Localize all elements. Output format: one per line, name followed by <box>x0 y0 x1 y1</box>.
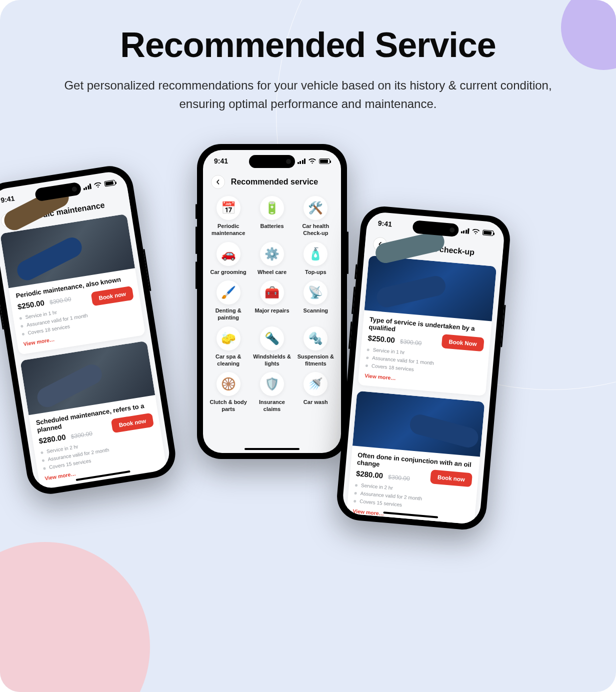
view-more-link[interactable]: View more… <box>364 372 396 381</box>
category-item[interactable]: 🛡️Insurance claims <box>252 372 292 413</box>
card-price-old: $300.00 <box>388 474 410 482</box>
book-now-button[interactable]: Book now <box>430 470 472 487</box>
category-label: Car spa & cleaning <box>208 354 248 368</box>
category-label: Car grooming <box>210 269 246 276</box>
marketing-panel: Recommended Service Get personalized rec… <box>0 0 616 692</box>
category-grid: 📅Periodic maintenance🔋Batteries🛠️Car hea… <box>203 194 341 419</box>
category-label: Wheel care <box>258 269 286 276</box>
book-now-button[interactable]: Book Now <box>441 334 484 352</box>
card-price: $250.00 <box>368 334 396 344</box>
service-card[interactable]: Type of service is undertaken by a quali… <box>358 256 497 396</box>
view-more-link[interactable]: View more… <box>23 336 55 347</box>
card-price: $250.00 <box>17 298 45 311</box>
category-item[interactable]: 🔦Windshields & lights <box>252 326 292 368</box>
category-label: Insurance claims <box>252 399 292 413</box>
category-label: Batteries <box>260 223 284 230</box>
hero-title: Recommended Service <box>0 25 616 65</box>
category-label: Windshields & lights <box>252 354 292 368</box>
category-icon: 🖌️ <box>216 280 240 304</box>
category-item[interactable]: 📅Periodic maintenance <box>208 196 248 237</box>
status-time: 9:41 <box>378 219 392 228</box>
battery-icon <box>104 180 116 186</box>
phone-left: 9:41 Periodic maintenance Periodic maint… <box>0 162 178 497</box>
wifi-icon <box>308 158 316 164</box>
category-item[interactable]: ⚙️Wheel care <box>252 242 292 276</box>
category-label: Major repairs <box>254 308 289 314</box>
category-icon: 🛠️ <box>304 196 328 220</box>
hero-subtitle: Get personalized recommendations for you… <box>63 76 553 113</box>
category-label: Scanning <box>304 308 328 314</box>
category-icon: 📅 <box>216 196 240 220</box>
category-label: Denting & painting <box>208 308 248 322</box>
view-more-link[interactable]: View more… <box>352 508 384 516</box>
service-card[interactable]: Periodic maintenance, also known $250.00… <box>0 214 146 355</box>
category-label: Car wash <box>304 399 328 406</box>
category-icon: 🚗 <box>216 242 240 266</box>
category-icon: 🧰 <box>260 280 284 304</box>
status-time: 9:41 <box>214 157 228 165</box>
wifi-icon <box>94 182 102 188</box>
card-price-old: $300.00 <box>400 338 422 347</box>
category-item[interactable]: 🚿Car wash <box>296 372 336 413</box>
category-icon: 🧴 <box>304 242 328 266</box>
card-price-old: $300.00 <box>49 296 72 306</box>
category-icon: 🛡️ <box>260 372 284 396</box>
category-label: Clutch & body parts <box>208 399 248 413</box>
category-item[interactable]: 🔩Suspension & fitments <box>296 326 336 368</box>
home-indicator <box>244 448 300 450</box>
card-price: $280.00 <box>38 432 66 445</box>
signal-icon <box>460 228 469 234</box>
signal-icon <box>82 184 92 190</box>
decor-blob-pink <box>0 542 150 692</box>
screen-title: Recommended service <box>216 178 333 186</box>
category-item[interactable]: 🔋Batteries <box>252 196 292 237</box>
category-item[interactable]: 🧴Top-ups <box>296 242 336 276</box>
category-icon: 🧽 <box>216 326 240 350</box>
view-more-link[interactable]: View more… <box>44 470 76 482</box>
category-icon: 🔋 <box>260 196 284 220</box>
category-item[interactable]: 🧰Major repairs <box>252 280 292 322</box>
category-label: Top-ups <box>305 269 326 276</box>
category-icon: 🚿 <box>304 372 328 396</box>
category-item[interactable]: 🚗Car grooming <box>208 242 248 276</box>
category-item[interactable]: 📡Scanning <box>296 280 336 322</box>
card-price: $280.00 <box>356 469 384 480</box>
category-item[interactable]: 🖌️Denting & painting <box>208 280 248 322</box>
category-icon: 🔩 <box>304 326 328 350</box>
category-icon: ⚙️ <box>260 242 284 266</box>
card-price-old: $300.00 <box>70 430 93 440</box>
category-item[interactable]: 🛞Clutch & body parts <box>208 372 248 413</box>
category-item[interactable]: 🧽Car spa & cleaning <box>208 326 248 368</box>
phone-center: 9:41 Recommended service 📅Periodic maint… <box>197 144 347 459</box>
signal-icon <box>298 158 306 164</box>
phone-right: 9:41 Car health check-up Type of service <box>335 204 512 532</box>
battery-icon <box>319 158 330 164</box>
service-card[interactable]: Often done in conjunction with an oil ch… <box>346 391 485 525</box>
category-item[interactable]: 🛠️Car health Check-up <box>296 196 336 237</box>
wifi-icon <box>472 228 480 234</box>
service-card[interactable]: Scheduled maintenance, refers to a plann… <box>20 340 167 489</box>
hero: Recommended Service Get personalized rec… <box>0 0 616 113</box>
category-icon: 🔦 <box>260 326 284 350</box>
category-label: Suspension & fitments <box>296 354 336 368</box>
battery-icon <box>482 230 494 236</box>
category-icon: 📡 <box>304 280 328 304</box>
dynamic-island <box>249 155 295 168</box>
status-time: 9:41 <box>0 194 15 204</box>
category-label: Car health Check-up <box>296 223 336 237</box>
category-label: Periodic maintenance <box>208 223 248 237</box>
category-icon: 🛞 <box>216 372 240 396</box>
